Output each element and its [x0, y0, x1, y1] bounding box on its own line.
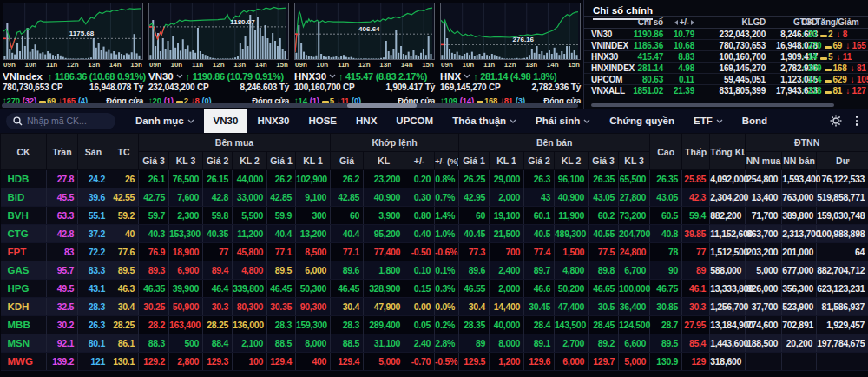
index-row-hnx30[interactable]: HNX30415.478.83100,160,7001,909.417↑ 145…	[584, 51, 868, 63]
tab-label: Thỏa thuận	[452, 109, 506, 133]
indices-scrollbar[interactable]	[591, 103, 834, 107]
cell: 40.45	[459, 225, 490, 243]
index-value: 1190.86	[624, 30, 666, 39]
table-row-hpg[interactable]: HPG49.543.146.346.3539,90046.4339,80046.…	[1, 280, 868, 298]
gear-icon[interactable]	[830, 115, 842, 127]
subheader-gi-1[interactable]: Giá 1	[267, 152, 296, 170]
ticker-symbol[interactable]: GAS	[1, 261, 47, 280]
subheader-gi-[interactable]: Giá	[331, 152, 364, 170]
header-tran[interactable]: Trần	[47, 134, 78, 170]
cell: 77.1	[331, 243, 364, 261]
header-ben-mua[interactable]: Bên mua	[139, 134, 331, 152]
index-row-upcom[interactable]: UPCOM80.630.1159,445,0511,123.045↑ 17462…	[584, 74, 868, 85]
tab-hnx30[interactable]: HNX30	[247, 109, 299, 133]
ticker-symbol[interactable]: KDH	[1, 298, 47, 316]
subheader-d-[interactable]: Dư	[817, 152, 868, 170]
header-dtnn[interactable]: ĐTNN	[746, 134, 868, 152]
cell: 163,400	[169, 316, 203, 334]
tab-thỏa-thuận[interactable]: Thỏa thuận	[443, 109, 526, 133]
ticker-search[interactable]	[6, 113, 115, 129]
tab-phái-sinh[interactable]: Phái sinh	[526, 109, 600, 133]
subheader-nn-mua[interactable]: NN mua	[746, 152, 782, 170]
table-row-gas[interactable]: GAS95.783.389.589.36,90089.44,80089.56,0…	[1, 261, 868, 280]
cell: 88.3	[139, 334, 169, 353]
cell: 356,300	[782, 280, 817, 298]
header-san[interactable]: Sàn	[78, 134, 109, 170]
ticker-symbol[interactable]: BID	[1, 188, 47, 207]
table-row-bid[interactable]: BID45.539.642.5542.757,60042.833,00042.8…	[1, 188, 868, 207]
scrollbar-thumb[interactable]	[347, 103, 417, 108]
top-horizontal-scrollbar[interactable]	[2, 103, 578, 108]
table-row-ctg[interactable]: CTG42.837.24040.3153,30040.3511,20040.41…	[1, 225, 868, 243]
index-row-vnxall[interactable]: VNXALL1851.0221.39831,805,39917,943.633↑…	[584, 85, 868, 96]
cell: 136,000	[233, 316, 267, 334]
subheader-kl-3[interactable]: KL 3	[619, 152, 650, 170]
cell: 2,700	[555, 334, 589, 353]
header-tc[interactable]: TC	[109, 134, 139, 170]
header-tong-kl[interactable]: Tổng KL	[710, 134, 746, 170]
tab-upcom[interactable]: UPCOM	[386, 109, 443, 133]
table-row-mwg[interactable]: MWG139.2121130.1129.22,800129.3100129.44…	[1, 353, 868, 371]
subheader--[interactable]: +/-	[404, 152, 435, 170]
subheader-kl-3[interactable]: KL 3	[169, 152, 203, 170]
subheader-gi-2[interactable]: Giá 2	[203, 152, 233, 170]
subheader-kl-1[interactable]: KL 1	[490, 152, 524, 170]
search-input[interactable]	[27, 116, 105, 126]
table-row-kdh[interactable]: KDH32.528.330.430.2550,90030.380,30030.3…	[1, 298, 868, 316]
index-row-vnindex[interactable]: VNINDEX1186.3610.68780,730,65316,948.078…	[584, 40, 868, 51]
ticker-symbol[interactable]: HDB	[1, 170, 47, 188]
indices-header-ck-tang-giam[interactable]: CK Tăng/Giảm	[801, 17, 850, 27]
cell: 0.2%	[435, 316, 459, 334]
more-menu-icon[interactable]	[856, 116, 858, 126]
subheader-gi-2[interactable]: Giá 2	[524, 152, 555, 170]
subheader--[interactable]: +/- (%)	[435, 152, 459, 170]
ticker-symbol[interactable]: MSN	[1, 334, 47, 353]
header-ck[interactable]: CK	[1, 134, 47, 170]
indices-header-change[interactable]: +/-	[666, 17, 697, 27]
tab-bond[interactable]: Bond	[733, 109, 777, 133]
subheader-kl-2[interactable]: KL 2	[233, 152, 267, 170]
index-row-vn30[interactable]: VN301190.8610.79232,043,2008,246.603↑ 20…	[584, 29, 868, 40]
cell: 1,929,457	[817, 316, 868, 334]
table-row-bvh[interactable]: BVH63.355.159.259.72,30059.85,50059.9300…	[1, 207, 868, 225]
cell: 77.1	[267, 243, 296, 261]
subheader-nn-b-n[interactable]: NN bán	[782, 152, 817, 170]
ticker-symbol[interactable]: HPG	[1, 280, 47, 298]
tab-hose[interactable]: HOSE	[299, 109, 346, 133]
tab-hnx[interactable]: HNX	[346, 109, 386, 133]
cell: 39.6	[78, 188, 109, 207]
ticker-symbol[interactable]: MWG	[1, 353, 47, 371]
header-ben-ban[interactable]: Bên bán	[459, 134, 650, 152]
cell: 33,000	[233, 188, 267, 207]
index-name: HNX30	[584, 52, 624, 62]
indices-header-klgd[interactable]: KLGD	[697, 17, 768, 27]
header-thap[interactable]: Thấp	[682, 134, 710, 170]
ticker-symbol[interactable]: BVH	[1, 207, 47, 225]
header-khop-lenh[interactable]: Khớp lệnh	[331, 134, 459, 152]
tab-chứng-quyền[interactable]: Chứng quyền	[600, 109, 684, 133]
subheader-gi-1[interactable]: Giá 1	[459, 152, 490, 170]
header-cao[interactable]: Cao	[650, 134, 682, 170]
ticker-symbol[interactable]: MBB	[1, 316, 47, 334]
ticker-symbol[interactable]: FPT	[1, 243, 47, 261]
table-row-fpt[interactable]: FPT8372.277.676.918,9007745,80077.18,500…	[1, 243, 868, 261]
indices-header-chiso[interactable]: Chỉ số	[624, 17, 666, 27]
table-row-msn[interactable]: MSN92.180.186.188.350088.42,10088.58,000…	[1, 334, 868, 353]
cell: 30.3	[682, 298, 710, 316]
subheader-gi-3[interactable]: Giá 3	[589, 152, 619, 170]
cell: 26.2	[267, 170, 296, 188]
tab-danh-mục[interactable]: Danh mục	[126, 109, 204, 133]
cell: 30.3	[203, 298, 233, 316]
table-row-hdb[interactable]: HDB27.824.22626.176,50026.1544,00026.210…	[1, 170, 868, 188]
subheader-kl-1[interactable]: KL 1	[296, 152, 331, 170]
subheader-gi-3[interactable]: Giá 3	[139, 152, 169, 170]
subheader-kl-2[interactable]: KL 2	[555, 152, 589, 170]
price-board-header: CKTrầnSànTCBên muaKhớp lệnhBên bánCaoThấ…	[1, 134, 868, 170]
index-row-hnxindex[interactable]: HNXINDEX281.144.98169,145,2702,782.936↑ …	[584, 63, 868, 74]
table-row-mbb[interactable]: MBB30.226.328.2528.2163,40028.25136,0002…	[1, 316, 868, 334]
ticker-symbol[interactable]: CTG	[1, 225, 47, 243]
tab-vn30[interactable]: VN30	[204, 109, 248, 133]
tab-etf[interactable]: ETF	[684, 109, 733, 133]
cell: 59.8	[203, 207, 233, 225]
subheader-kl[interactable]: KL	[364, 152, 404, 170]
